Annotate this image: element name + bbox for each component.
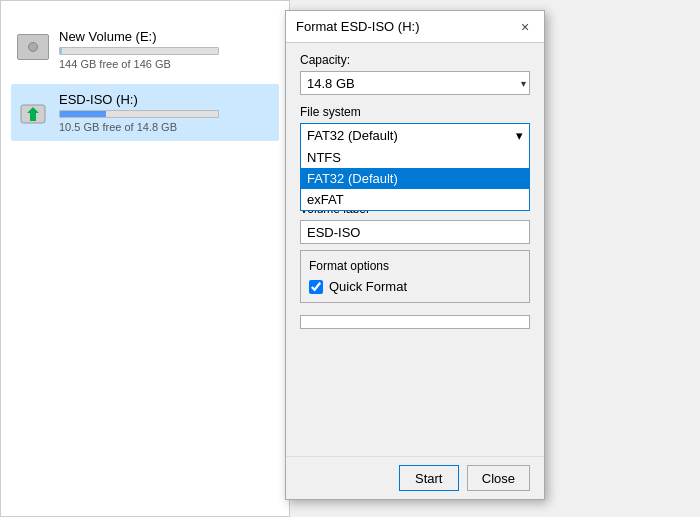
- filesystem-label: File system: [300, 105, 530, 119]
- drive-bar-fill-h: [60, 111, 106, 117]
- drive-item-h[interactable]: ESD-ISO (H:) 10.5 GB free of 14.8 GB: [11, 84, 279, 141]
- filesystem-dropdown[interactable]: FAT32 (Default) ▾ NTFS FAT32 (Default) e…: [300, 123, 530, 147]
- svg-rect-2: [30, 119, 36, 121]
- dialog-title: Format ESD-ISO (H:): [296, 19, 420, 34]
- filesystem-option-fat32[interactable]: FAT32 (Default): [301, 168, 529, 189]
- progress-area: [300, 315, 530, 329]
- drive-name-e: New Volume (E:): [59, 29, 273, 44]
- filesystem-display[interactable]: FAT32 (Default) ▾: [300, 123, 530, 147]
- dialog-body: Capacity: 14.8 GB ▾ File system FAT32 (D…: [286, 43, 544, 339]
- capacity-select[interactable]: 14.8 GB: [300, 71, 530, 95]
- format-dialog: Format ESD-ISO (H:) × Capacity: 14.8 GB …: [285, 10, 545, 500]
- capacity-select-wrapper: 14.8 GB ▾: [300, 71, 530, 95]
- filesystem-option-exfat[interactable]: exFAT: [301, 189, 529, 210]
- dialog-titlebar: Format ESD-ISO (H:) ×: [286, 11, 544, 43]
- capacity-label: Capacity:: [300, 53, 530, 67]
- format-options-legend: Format options: [309, 259, 521, 273]
- dialog-footer: Start Close: [286, 456, 544, 499]
- format-options-group: Format options Quick Format: [300, 250, 530, 303]
- usb-icon-h: [17, 97, 49, 129]
- drive-bar-e: [59, 47, 219, 55]
- drive-list: New Volume (E:) 144 GB free of 146 GB: [1, 1, 289, 167]
- filesystem-chevron-down-icon: ▾: [516, 128, 523, 143]
- filesystem-option-list: NTFS FAT32 (Default) exFAT: [300, 147, 530, 211]
- drive-item-e[interactable]: New Volume (E:) 144 GB free of 146 GB: [11, 21, 279, 78]
- progress-bar: [300, 315, 530, 329]
- filesystem-option-ntfs[interactable]: NTFS: [301, 147, 529, 168]
- filesystem-selected-value: FAT32 (Default): [307, 128, 398, 143]
- drive-size-h: 10.5 GB free of 14.8 GB: [59, 121, 273, 133]
- quick-format-label[interactable]: Quick Format: [329, 279, 407, 294]
- drive-bar-h: [59, 110, 219, 118]
- close-icon-button[interactable]: ×: [516, 18, 534, 36]
- start-button[interactable]: Start: [399, 465, 459, 491]
- drive-name-h: ESD-ISO (H:): [59, 92, 273, 107]
- close-button[interactable]: Close: [467, 465, 530, 491]
- explorer-background: New Volume (E:) 144 GB free of 146 GB: [0, 0, 290, 517]
- quick-format-row: Quick Format: [309, 279, 521, 294]
- quick-format-checkbox[interactable]: [309, 280, 323, 294]
- hdd-icon-e: [17, 34, 49, 66]
- drive-size-e: 144 GB free of 146 GB: [59, 58, 273, 70]
- drive-bar-fill-e: [60, 48, 62, 54]
- volume-label-input[interactable]: [300, 220, 530, 244]
